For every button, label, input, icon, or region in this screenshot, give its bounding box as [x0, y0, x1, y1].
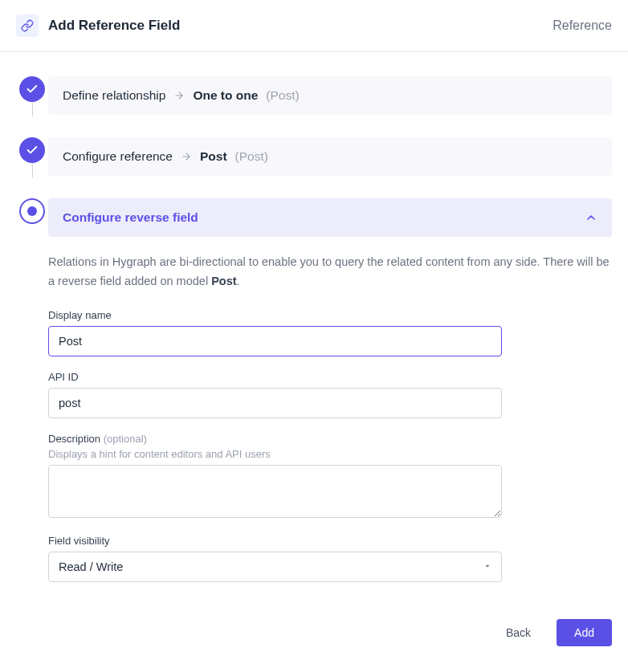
- step-configure-reverse: Configure reverse field Relations in Hyg…: [16, 198, 612, 597]
- check-icon: [19, 137, 45, 163]
- check-icon: [19, 76, 45, 102]
- step-define-relationship: Define relationship One to one (Post): [16, 76, 612, 115]
- step-configure-reference: Configure reference Post (Post): [16, 137, 612, 176]
- step-header-reference[interactable]: Configure reference Post (Post): [48, 137, 612, 176]
- step-header-define[interactable]: Define relationship One to one (Post): [48, 76, 612, 115]
- modal-body: Define relationship One to one (Post): [0, 52, 628, 613]
- field-type-label: Reference: [553, 18, 612, 33]
- reference-icon: [16, 14, 39, 37]
- page-title: Add Reference Field: [48, 18, 553, 34]
- step-header-reverse[interactable]: Configure reverse field: [48, 198, 612, 237]
- step-label: Define relationship: [63, 88, 165, 103]
- step-label: Configure reference: [63, 149, 173, 164]
- visibility-label: Field visibility: [48, 535, 502, 547]
- back-button[interactable]: Back: [491, 619, 545, 646]
- add-button[interactable]: Add: [557, 619, 612, 646]
- description-label: Description (optional): [48, 433, 502, 445]
- description-input[interactable]: [48, 465, 502, 518]
- modal-footer: Back Add: [0, 613, 628, 670]
- helper-text: Relations in Hygraph are bi-directional …: [48, 253, 612, 291]
- step-context: (Post): [266, 88, 299, 103]
- arrow-right-icon: [173, 90, 185, 101]
- reverse-field-form: Relations in Hygraph are bi-directional …: [48, 237, 612, 582]
- step-value: One to one: [193, 88, 258, 103]
- step-context: (Post): [235, 149, 268, 164]
- modal-header: Add Reference Field Reference: [0, 0, 628, 52]
- api-id-input[interactable]: [48, 388, 502, 418]
- step-value: Post: [200, 149, 227, 164]
- arrow-right-icon: [181, 151, 192, 162]
- api-id-label: API ID: [48, 371, 502, 383]
- step-label: Configure reverse field: [63, 210, 198, 225]
- visibility-select[interactable]: Read / Write: [48, 552, 502, 582]
- display-name-label: Display name: [48, 309, 502, 321]
- display-name-input[interactable]: [48, 326, 502, 356]
- description-hint: Displays a hint for content editors and …: [48, 448, 502, 460]
- chevron-up-icon: [585, 211, 597, 224]
- current-step-icon: [19, 198, 45, 224]
